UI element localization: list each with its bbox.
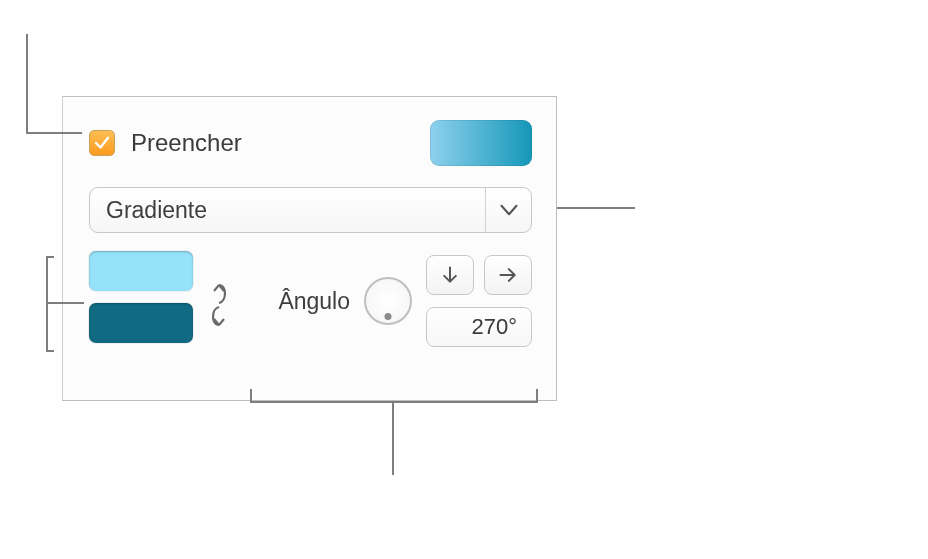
direction-buttons	[426, 255, 532, 295]
direction-down-button[interactable]	[426, 255, 474, 295]
arrow-right-icon	[498, 265, 518, 285]
fill-type-dropdown[interactable]: Gradiente	[89, 187, 532, 233]
gradient-color-column	[89, 251, 193, 343]
fill-header-row: Preencher	[89, 117, 532, 169]
angle-value: 270°	[471, 314, 517, 340]
gradient-controls-row: Ângulo 270°	[89, 251, 532, 347]
swap-colors-button[interactable]	[205, 276, 233, 334]
arrow-down-icon	[440, 265, 460, 285]
gradient-color-2[interactable]	[89, 303, 193, 343]
fill-checkbox-label: Preencher	[131, 129, 430, 157]
gradient-color-1[interactable]	[89, 251, 193, 291]
callout-line	[26, 132, 82, 134]
fill-type-selected: Gradiente	[90, 188, 485, 232]
check-icon	[93, 134, 111, 152]
fill-panel: Preencher Gradiente Ângulo	[62, 96, 557, 401]
callout-line	[536, 389, 538, 403]
callout-line	[250, 389, 252, 403]
callout-line	[26, 34, 28, 134]
swap-vertical-icon	[207, 279, 231, 331]
callout-line	[46, 256, 54, 258]
angle-group: Ângulo 270°	[243, 255, 532, 347]
angle-label: Ângulo	[278, 288, 350, 315]
angle-dial[interactable]	[364, 277, 412, 325]
fill-type-dropdown-button[interactable]	[485, 188, 531, 232]
angle-right-column: 270°	[426, 255, 532, 347]
callout-line	[557, 207, 635, 209]
callout-line	[46, 302, 84, 304]
callout-line	[392, 401, 394, 475]
chevron-down-icon	[499, 203, 519, 217]
fill-checkbox[interactable]	[89, 130, 115, 156]
callout-line	[250, 401, 538, 403]
angle-input[interactable]: 270°	[426, 307, 532, 347]
direction-right-button[interactable]	[484, 255, 532, 295]
callout-line	[46, 350, 54, 352]
fill-preview-swatch[interactable]	[430, 120, 532, 166]
